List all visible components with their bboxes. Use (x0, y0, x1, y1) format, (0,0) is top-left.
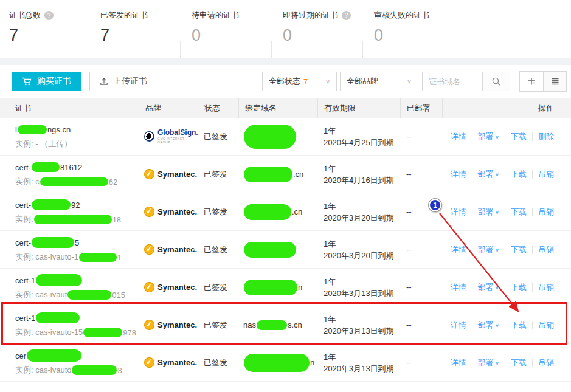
status-filter-select[interactable]: 全部状态 7 ∨ (262, 72, 337, 91)
revoke-link[interactable]: 吊销 (538, 169, 554, 180)
upload-cert-button[interactable]: 上传证书 (89, 72, 157, 91)
status-cell: 已签发 (198, 169, 238, 180)
customize-columns-icon (527, 77, 536, 86)
redaction-blob (32, 237, 74, 248)
deploy-link[interactable]: 部署∨ (478, 131, 499, 142)
download-link[interactable]: 下载 (511, 169, 527, 180)
help-icon[interactable]: ? (342, 11, 351, 20)
buy-cert-button[interactable]: 购买证书 (12, 72, 81, 91)
action-separator (505, 208, 505, 216)
download-link[interactable]: 下载 (511, 131, 527, 142)
header-brand: 品牌 (139, 98, 198, 118)
redaction-blob (244, 280, 297, 295)
list-density-button[interactable] (543, 72, 566, 91)
redaction-blob (67, 290, 111, 300)
redaction-blob (27, 349, 81, 362)
redaction-blob (40, 177, 108, 186)
revoke-link[interactable]: 吊销 (538, 357, 554, 368)
deploy-link[interactable]: 部署∨ (478, 169, 499, 180)
download-link[interactable]: 下载 (511, 282, 527, 293)
actions-cell: 详情部署∨下载吊销 (442, 357, 571, 368)
brand-cell: ✓ Symantec. (139, 169, 198, 179)
validity-expiry: 2020年3月13日到期 (324, 325, 400, 337)
action-separator (472, 359, 472, 367)
stat-expiring-certs: 即将过期的证书 ? 0 (274, 10, 365, 58)
cert-instance: 实例: cas-ivaut015 (15, 289, 139, 300)
cert-instance: 实例: 18 (15, 214, 139, 225)
validity-term: 1年 (324, 238, 400, 250)
revoke-link[interactable]: 吊销 (538, 207, 554, 218)
validity-expiry: 2020年3月13日到期 (324, 287, 400, 299)
validity-term: 1年 (324, 351, 400, 363)
action-separator (505, 321, 505, 329)
delete-link[interactable]: 删除 (538, 131, 554, 142)
revoke-link[interactable]: 吊销 (538, 282, 554, 293)
action-separator (472, 132, 472, 141)
deployed-cell: -- (400, 320, 442, 329)
detail-link[interactable]: 详情 (451, 207, 466, 218)
brand-filter-select[interactable]: 全部品牌 ∨ (340, 72, 418, 91)
cert-cell: cert-5 实例: cas-ivauto-11 (0, 236, 139, 263)
deploy-link[interactable]: 部署∨ (478, 320, 499, 331)
status-cell: 已签发 (198, 282, 238, 293)
download-link[interactable]: 下载 (511, 207, 527, 218)
brand-cell: GlobalSign. GMO INTERNET GROUP (139, 129, 198, 144)
stat-issued-certs: 已签发的证书 7 (91, 10, 182, 58)
actions-cell: 详情部署∨下载吊销 (442, 320, 571, 331)
list-icon (550, 77, 560, 86)
header-domain: 绑定域名 (238, 98, 317, 118)
symantec-icon: ✓ (144, 357, 155, 368)
action-separator (532, 132, 533, 141)
actions-cell: 详情部署∨下载吊销 (442, 282, 571, 293)
detail-link[interactable]: 详情 (451, 282, 466, 293)
stat-value: 7 (100, 26, 182, 45)
detail-link[interactable]: 详情 (451, 169, 466, 180)
help-icon[interactable]: ? (44, 11, 54, 20)
redaction-blob (32, 199, 71, 210)
revoke-link[interactable]: 吊销 (538, 320, 554, 331)
domain-search-input[interactable] (422, 72, 482, 91)
detail-link[interactable]: 详情 (451, 131, 466, 142)
deploy-link[interactable]: 部署∨ (478, 244, 499, 255)
download-link[interactable]: 下载 (511, 320, 527, 331)
chevron-down-icon: ∨ (495, 210, 499, 215)
action-separator (532, 170, 533, 179)
symantec-icon: ✓ (144, 168, 155, 180)
brand-cell: ✓ Symantec. (139, 207, 198, 217)
validity-cell: 1年 2020年4月16日到期 (317, 163, 400, 186)
actions-cell: 详情部署∨下载删除 (442, 131, 571, 142)
deploy-link[interactable]: 部署∨ (478, 357, 499, 368)
deploy-link[interactable]: 部署∨ (478, 207, 499, 218)
chevron-down-icon: ∨ (495, 323, 499, 328)
table-body: lngs.cn 实例: - （上传） GlobalSign. GMO INTER… (0, 118, 571, 382)
detail-link[interactable]: 详情 (451, 320, 466, 331)
stat-label: 待申请的证书 (192, 10, 239, 21)
redaction-blob (34, 215, 112, 224)
download-link[interactable]: 下载 (511, 244, 527, 255)
action-separator (532, 321, 533, 329)
detail-link[interactable]: 详情 (451, 357, 466, 368)
redaction-blob (244, 167, 292, 182)
deploy-link[interactable]: 部署∨ (478, 282, 499, 293)
upload-icon (100, 77, 108, 86)
cert-cell: cert-1 实例: cas-ivauto-15978 (0, 312, 139, 338)
download-link[interactable]: 下载 (511, 357, 527, 368)
chevron-down-icon: ∨ (495, 247, 499, 253)
search-button[interactable] (482, 72, 510, 91)
symantec-icon: ✓ (144, 281, 155, 293)
cert-name: cert-1 (15, 274, 139, 286)
cart-icon (22, 77, 32, 86)
redaction-blob (18, 125, 47, 134)
cert-instance: 实例: cas-ivauto-15978 (15, 327, 139, 338)
action-separator (472, 321, 472, 329)
redaction-blob (244, 354, 310, 372)
stat-failed-certs: 审核失败的证书 0 (365, 10, 456, 58)
detail-link[interactable]: 详情 (451, 244, 466, 255)
domain-cell: .cn (238, 204, 317, 220)
validity-expiry: 2020年4月25日到期 (324, 137, 400, 148)
validity-term: 1年 (324, 201, 400, 212)
revoke-link[interactable]: 吊销 (538, 244, 554, 255)
customize-columns-button[interactable] (520, 72, 543, 91)
globalsign-logo: GlobalSign. GMO INTERNET GROUP (144, 129, 198, 144)
redaction-blob (244, 204, 291, 220)
